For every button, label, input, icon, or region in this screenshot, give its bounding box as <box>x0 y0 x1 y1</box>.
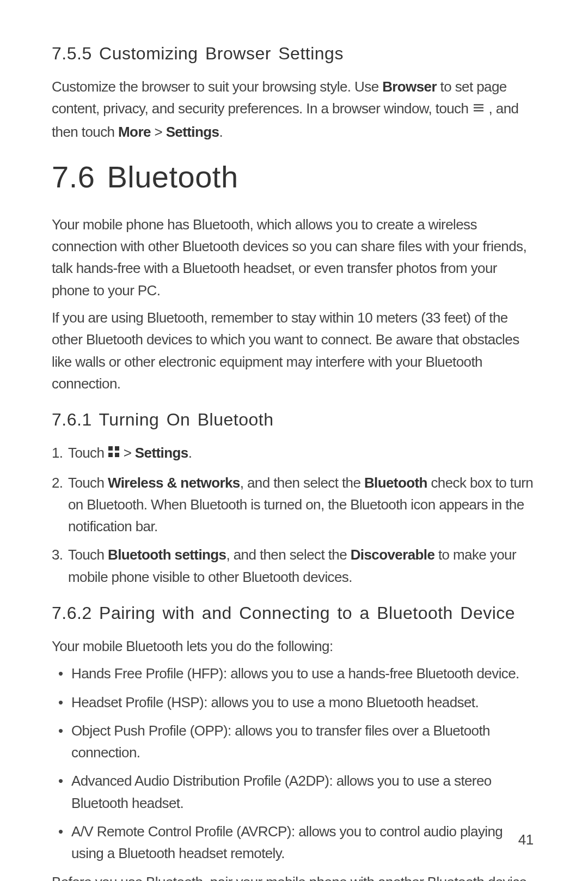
text: Customize the browser to suit your brows… <box>52 78 382 95</box>
para-76-1: Your mobile phone has Bluetooth, which a… <box>52 214 536 301</box>
section-761: 7.6.1 Turning On Bluetooth 1. Touch > Se… <box>52 410 536 588</box>
wireless-networks-bold: Wireless & networks <box>108 475 240 491</box>
svg-rect-5 <box>115 446 119 451</box>
more-bold: More <box>118 124 151 140</box>
svg-rect-4 <box>108 446 113 451</box>
text: . <box>188 445 192 461</box>
menu-icon <box>472 98 485 119</box>
heading-762: 7.6.2 Pairing with and Connecting to a B… <box>52 603 536 623</box>
page-number: 41 <box>518 831 534 848</box>
svg-rect-7 <box>115 453 119 457</box>
section-755: 7.5.5 Customizing Browser Settings Custo… <box>52 44 536 143</box>
list-item: 1. Touch > Settings. <box>52 442 536 465</box>
heading-755: 7.5.5 Customizing Browser Settings <box>52 44 536 64</box>
para-755: Customize the browser to suit your brows… <box>52 76 536 143</box>
svg-rect-1 <box>474 104 483 106</box>
list-item: Headset Profile (HSP): allows you to use… <box>52 691 536 713</box>
step-number: 3. <box>52 544 63 566</box>
ordered-list-761: 1. Touch > Settings. 2. Touch Wireless &… <box>52 442 536 588</box>
bullet-list-762: Hands Free Profile (HFP): allows you to … <box>52 663 536 864</box>
svg-rect-2 <box>474 107 483 109</box>
text: > <box>151 124 166 140</box>
list-item: 3. Touch Bluetooth settings, and then se… <box>52 544 536 588</box>
text: > <box>120 445 135 461</box>
bluetooth-settings-bold: Bluetooth settings <box>108 546 226 563</box>
list-item: Object Push Profile (OPP): allows you to… <box>52 720 536 764</box>
text: , and then select the <box>226 546 350 563</box>
heading-76: 7.6 Bluetooth <box>52 159 536 195</box>
section-762: 7.6.2 Pairing with and Connecting to a B… <box>52 603 536 881</box>
bluetooth-bold: Bluetooth <box>364 475 427 491</box>
text: , and then select the <box>240 475 364 491</box>
list-item: Advanced Audio Distribution Profile (A2D… <box>52 770 536 814</box>
list-item: A/V Remote Control Profile (AVRCP): allo… <box>52 821 536 865</box>
text: Touch <box>68 475 108 491</box>
svg-rect-3 <box>474 110 483 112</box>
discoverable-bold: Discoverable <box>351 546 435 563</box>
settings-bold: Settings <box>166 124 219 140</box>
para-762-after: Before you use Bluetooth, pair your mobi… <box>52 871 536 881</box>
list-item: 2. Touch Wireless & networks, and then s… <box>52 472 536 538</box>
step-number: 1. <box>52 442 63 464</box>
list-item: Hands Free Profile (HFP): allows you to … <box>52 663 536 684</box>
para-762-intro: Your mobile Bluetooth lets you do the fo… <box>52 635 536 657</box>
manual-page: 7.5.5 Customizing Browser Settings Custo… <box>0 0 588 881</box>
heading-761: 7.6.1 Turning On Bluetooth <box>52 410 536 430</box>
svg-rect-6 <box>108 453 113 457</box>
text: Touch <box>68 445 108 461</box>
section-76: 7.6 Bluetooth Your mobile phone has Blue… <box>52 159 536 394</box>
para-76-2: If you are using Bluetooth, remember to … <box>52 307 536 394</box>
browser-bold: Browser <box>382 78 437 95</box>
apps-grid-icon <box>108 442 120 464</box>
text: Touch <box>68 546 108 563</box>
settings-bold: Settings <box>135 445 188 461</box>
text: . <box>219 124 223 140</box>
step-number: 2. <box>52 472 63 494</box>
